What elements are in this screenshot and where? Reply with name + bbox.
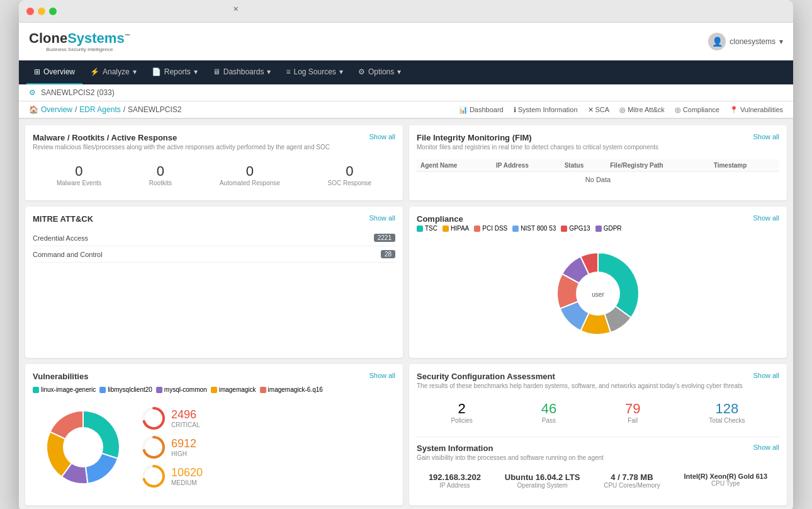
sysinfo-show-all[interactable]: Show all (753, 443, 779, 451)
navbar: ⊞ Overview ⚡ Analyze ▾ 📄 Reports ▾ 🖥 Das… (19, 60, 793, 84)
vuln-chart (33, 397, 133, 498)
table-row: No Data (417, 172, 779, 188)
user-dropdown-icon[interactable]: ▾ (779, 37, 783, 46)
svg-point-2 (63, 427, 103, 467)
col-timestamp: Timestamp (710, 159, 779, 172)
legend-pci: PCI DSS (474, 225, 507, 232)
mitre-icon: ◎ (619, 106, 626, 114)
sca-show-all[interactable]: Show all (753, 372, 779, 379)
maximize-button[interactable] (49, 8, 57, 15)
breadcrumb-current: SANEWLPCIS2 (128, 105, 181, 114)
logo-text: CloneSystems™ (29, 30, 130, 46)
close-button[interactable] (26, 8, 34, 15)
breadcrumb-overview[interactable]: Overview (41, 105, 72, 114)
close-x[interactable]: ✕ (233, 5, 239, 13)
col-agent-name: Agent Name (417, 159, 492, 172)
minimize-button[interactable] (38, 8, 45, 15)
nav-options[interactable]: ⚙ Options ▾ (351, 60, 409, 84)
mitre-item-label-0: Credential Access (33, 234, 88, 242)
list-item: Credential Access 2221 (33, 230, 395, 246)
nav-reports[interactable]: 📄 Reports ▾ (144, 60, 205, 84)
tab-mitre[interactable]: ◎ Mitre Att&ck (619, 106, 665, 114)
user-avatar: 👤 (708, 33, 726, 50)
sca-subtitle: The results of these benchmarks help har… (417, 382, 743, 389)
reports-icon: 📄 (152, 67, 161, 76)
tab-compliance[interactable]: ◎ Compliance (675, 106, 719, 114)
sca-pass: 46 Pass (541, 401, 556, 424)
options-chevron: ▾ (397, 67, 401, 76)
analyze-chevron: ▾ (133, 67, 137, 76)
vuln-icon: 📍 (730, 106, 738, 114)
compliance-show-all[interactable]: Show all (753, 214, 779, 222)
vuln-stat-critical: 2496 CRITICAL (141, 406, 203, 431)
malware-subtitle: Review malicious files/processes along w… (33, 144, 330, 151)
traffic-lights (26, 8, 57, 15)
nav-log-sources[interactable]: ≡ Log Sources ▾ (278, 60, 350, 84)
col-ip-address: IP Address (492, 159, 561, 172)
mitre-item-label-1: Command and Control (33, 251, 103, 258)
sysinfo-subtitle: Gain visibility into the processes and s… (417, 454, 604, 461)
sca-fail: 79 Fail (625, 401, 640, 424)
nav-analyze[interactable]: ⚡ Analyze ▾ (82, 60, 144, 84)
vuln-stat-medium: 10620 MEDIUM (141, 464, 203, 489)
agent-breadcrumb: 🏠 Overview / EDR Agents / SANEWLPCIS2 (29, 105, 181, 114)
sysinfo-row: 192.168.3.202 IP Address Ubuntu 16.04.2 … (417, 467, 779, 494)
sysinfo-title: System Information (417, 443, 604, 453)
breadcrumb-edr-agents[interactable]: EDR Agents (79, 105, 120, 114)
username[interactable]: clonesystems (730, 37, 775, 46)
tab-sca[interactable]: ✕ SCA (588, 106, 610, 114)
user-area: 👤 clonesystems ▾ (708, 33, 783, 50)
critical-ring (141, 406, 166, 431)
malware-stats: 0 Malware Events 0 Rootkits 0 Automated … (33, 157, 395, 193)
compliance-legend: TSC HIPAA PCI DSS NIST 800 53 GPG13 (417, 225, 779, 232)
legend-gpg13: GPG13 (561, 225, 590, 232)
legend-nist: NIST 800 53 (512, 225, 556, 232)
mitre-items: Credential Access 2221 Command and Contr… (33, 230, 395, 263)
fim-show-all[interactable]: Show all (753, 133, 779, 140)
log-sources-chevron: ▾ (339, 67, 343, 76)
fim-table: Agent Name IP Address Status File/Regist… (417, 159, 779, 187)
vuln-stats: 2496 CRITICAL 6912 HIGH (141, 406, 203, 489)
fim-card: File Integrity Monitoring (FIM) Monitor … (409, 125, 787, 200)
nav-dashboards[interactable]: 🖥 Dashboards ▾ (205, 60, 279, 84)
legend-imagemagick-q16: imagemagick-6.q16 (260, 386, 323, 393)
sca-policies: 2 Policies (451, 401, 472, 424)
tab-dashboard[interactable]: 📊 Dashboard (459, 106, 504, 114)
nav-options-label: Options (368, 67, 394, 76)
col-file-path: File/Registry Path (606, 159, 710, 172)
sca-icon: ✕ (588, 106, 594, 114)
svg-text:user: user (592, 291, 604, 298)
stat-auto-response: 0 Automated Response (220, 163, 280, 186)
vuln-stat-high: 6912 HIGH (141, 435, 203, 460)
vulnerabilities-card: Vulnerabilities Show all linux-image-gen… (25, 364, 403, 505)
titlebar: ✕ (19, 0, 793, 23)
legend-linux-image: linux-image-generic (33, 386, 96, 393)
sca-card: Security Configuration Assessment The re… (409, 364, 787, 505)
info-icon: ℹ (514, 106, 516, 114)
compliance-chart: user (417, 237, 779, 350)
high-ring (141, 435, 166, 460)
medium-count: 10620 (171, 466, 203, 479)
sysinfo-os: Ubuntu 16.04.2 LTS Operating System (505, 472, 580, 489)
options-icon: ⚙ (358, 67, 365, 76)
overview-icon: ⊞ (34, 67, 40, 76)
vuln-show-all[interactable]: Show all (369, 372, 395, 379)
malware-show-all[interactable]: Show all (369, 133, 395, 140)
list-item: Command and Control 28 (33, 246, 395, 263)
nav-overview[interactable]: ⊞ Overview (26, 60, 82, 84)
mitre-show-all[interactable]: Show all (369, 214, 395, 222)
no-data-label: No Data (417, 172, 779, 188)
legend-imagemagick: imagemagick (211, 386, 256, 393)
nav-log-sources-label: Log Sources (293, 67, 336, 76)
compliance-icon: ◎ (675, 106, 681, 114)
tab-vulnerabilities[interactable]: 📍 Vulnerabilities (730, 106, 783, 114)
legend-tsc: TSC (417, 225, 437, 232)
tab-system-info[interactable]: ℹ System Information (514, 106, 578, 114)
fim-title: File Integrity Monitoring (FIM) (417, 133, 658, 142)
agent-gear-icon: ⚙ (29, 88, 36, 97)
agent-breadcrumb-label: SANEWLPCIS2 (033) (41, 88, 115, 97)
legend-libmysql: libmysqlclient20 (99, 386, 152, 393)
sca-total-value: 128 (709, 401, 745, 417)
sysinfo-cpu-cores: 4 / 7.78 MB CPU Cores/Memory (604, 472, 660, 489)
mitre-title: MITRE ATT&CK (33, 214, 93, 224)
